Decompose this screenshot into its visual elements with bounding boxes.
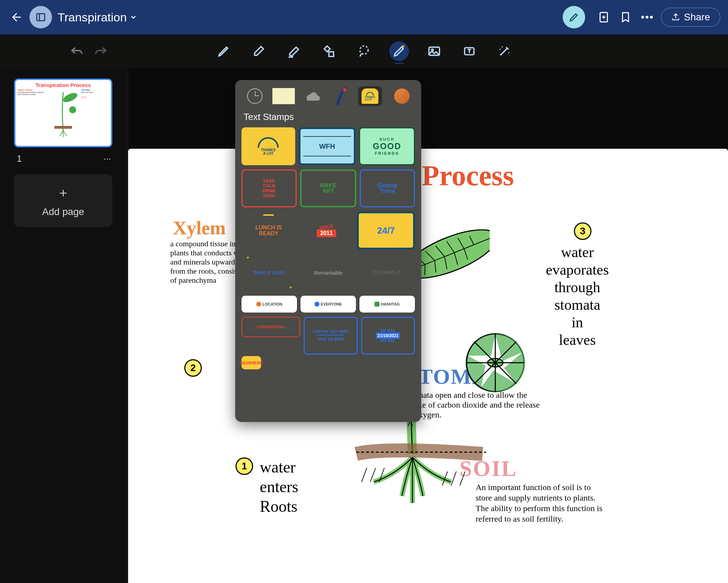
soil-text: An important function of soil is to stor… bbox=[476, 482, 605, 524]
pen-mode-button[interactable] bbox=[563, 6, 585, 28]
redo-button[interactable] bbox=[94, 46, 107, 57]
image-tool[interactable] bbox=[424, 41, 444, 61]
stamp-getting-there[interactable]: GettingThere bbox=[360, 169, 415, 207]
stamp-airmail[interactable]: AIR MAIL21/10/2021AIR MAIL bbox=[361, 317, 415, 355]
stamp-thanks[interactable]: THANKSA LOT bbox=[241, 127, 295, 165]
share-label: Share bbox=[684, 12, 710, 23]
text-tool[interactable] bbox=[459, 41, 479, 61]
stamp-take-it-easy[interactable]: TAKE IT EASY bbox=[241, 254, 297, 292]
stamp-yourself[interactable]: YOURSELF bbox=[359, 254, 415, 292]
stamp-since-2011[interactable]: SINCE2011 bbox=[299, 212, 354, 249]
category-planets[interactable] bbox=[387, 86, 411, 106]
svg-point-7 bbox=[62, 91, 79, 104]
svg-line-22 bbox=[362, 468, 367, 482]
chevron-down-icon bbox=[130, 13, 137, 21]
category-pens[interactable] bbox=[329, 86, 353, 106]
step1-text: water enters Roots bbox=[260, 457, 298, 516]
shape-tool[interactable] bbox=[319, 41, 339, 61]
add-page-label: Add page bbox=[42, 206, 84, 217]
category-recent[interactable] bbox=[243, 86, 267, 106]
stamp-sign-here[interactable]: SIGNHERE bbox=[241, 356, 261, 369]
thanks-stamp-icon: THANKSA LOT bbox=[362, 88, 378, 104]
lasso-tool[interactable] bbox=[354, 41, 374, 61]
canvas[interactable]: Transpiration Process Xylem a compound t… bbox=[128, 68, 728, 583]
add-page-top-button[interactable] bbox=[596, 9, 612, 25]
bookmark-button[interactable] bbox=[617, 9, 634, 25]
hash-icon bbox=[375, 302, 379, 307]
share-button[interactable]: Share bbox=[661, 8, 720, 27]
svg-rect-0 bbox=[37, 14, 45, 21]
document-title-text: Transpiration bbox=[58, 11, 127, 24]
magic-tool[interactable] bbox=[495, 41, 514, 61]
stamp-247[interactable]: 24/7 bbox=[357, 212, 415, 249]
stamp-wfh[interactable]: WFH bbox=[299, 127, 356, 165]
plus-icon: ＋ bbox=[57, 184, 70, 201]
planet-icon bbox=[394, 88, 410, 104]
svg-point-30 bbox=[343, 88, 346, 92]
svg-point-3 bbox=[360, 46, 368, 54]
stamp-lunch-ready[interactable]: LUNCH ISREADY bbox=[241, 212, 296, 249]
pen-feather-icon bbox=[334, 87, 348, 105]
eraser-tool[interactable] bbox=[249, 41, 269, 61]
stoma-drawing bbox=[464, 331, 527, 394]
pen-tool[interactable] bbox=[214, 41, 233, 61]
clock-icon bbox=[247, 88, 263, 104]
category-notes[interactable] bbox=[272, 86, 296, 106]
panel-toggle-button[interactable] bbox=[29, 6, 52, 28]
sticker-tool[interactable]: ★ bbox=[389, 41, 409, 61]
more-button[interactable]: ••• bbox=[639, 9, 655, 25]
page-thumbnail[interactable]: Transpiration Process Xylem Tubesa compo… bbox=[14, 79, 112, 147]
document-title[interactable]: Transpiration bbox=[58, 11, 137, 24]
sticker-popup: THANKSA LOT Text Stamps THANKSA LOT WFH … bbox=[235, 80, 421, 422]
highlighter-tool[interactable] bbox=[284, 41, 304, 61]
stamp-location[interactable]: LOCATION bbox=[241, 296, 297, 313]
stamp-good-friends[interactable]: SUCHGOODFRIENDS bbox=[359, 127, 415, 165]
stamp-date[interactable]: CUSTOM TEXT HEREJAN 15 2020 bbox=[304, 317, 357, 355]
thumb-title: Transpiration Process bbox=[18, 82, 109, 88]
xylem-heading: Xylem bbox=[173, 217, 226, 239]
stamp-confidential[interactable]: CONFIDENTIAL bbox=[241, 317, 300, 337]
back-button[interactable] bbox=[8, 9, 24, 25]
pin-icon bbox=[256, 302, 261, 307]
star-icon: ★ bbox=[401, 43, 405, 49]
stamp-everyone[interactable]: EVERYONE bbox=[300, 296, 356, 313]
category-thoughts[interactable] bbox=[300, 86, 324, 106]
stamp-keep-calm[interactable]: KEEPCALMDRINKSODA bbox=[241, 169, 297, 207]
category-title: Text Stamps bbox=[235, 109, 421, 127]
page-content: Transpiration Process Xylem a compound t… bbox=[128, 149, 728, 583]
undo-button[interactable] bbox=[70, 46, 84, 57]
share-icon bbox=[671, 13, 680, 22]
note-icon bbox=[272, 88, 295, 104]
stamp-hashtag[interactable]: HASHTAG bbox=[359, 296, 415, 313]
svg-line-27 bbox=[460, 471, 465, 485]
add-page-button[interactable]: ＋ Add page bbox=[14, 174, 112, 227]
svg-line-26 bbox=[451, 471, 456, 485]
stamp-remarkable[interactable]: Remarkable bbox=[300, 254, 356, 292]
page-sidebar: Transpiration Process Xylem Tubesa compo… bbox=[0, 68, 128, 583]
svg-point-8 bbox=[69, 106, 76, 113]
stamp-make-art[interactable]: MAKEART bbox=[300, 169, 356, 207]
page-number: 1 bbox=[17, 154, 22, 164]
cloud-icon bbox=[303, 89, 322, 103]
thumb-plant-icon bbox=[47, 89, 79, 138]
step1-badge: 1 bbox=[236, 457, 253, 475]
category-text-stamps[interactable]: THANKSA LOT bbox=[358, 86, 382, 106]
person-icon bbox=[315, 302, 319, 307]
page-more-button[interactable]: ··· bbox=[104, 154, 111, 164]
step3-text: water evaporates through stomata in leav… bbox=[546, 243, 609, 349]
step3-badge: 3 bbox=[574, 222, 591, 240]
stamp-grid[interactable]: THANKSA LOT WFH SUCHGOODFRIENDS KEEPCALM… bbox=[235, 127, 421, 422]
step2-badge: 2 bbox=[184, 359, 202, 377]
